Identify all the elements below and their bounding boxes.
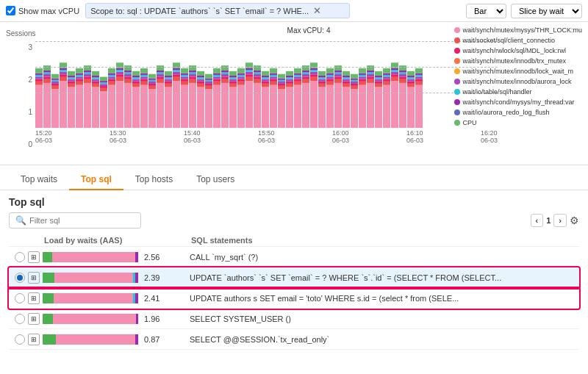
svg-rect-18 xyxy=(51,80,59,82)
row-pin-button[interactable]: ⊞ xyxy=(28,313,40,325)
svg-rect-297 xyxy=(375,79,382,82)
table-row[interactable]: ⊞2.39UPDATE `authors` `s` SET `email` = … xyxy=(9,267,579,288)
svg-rect-145 xyxy=(197,76,204,77)
prev-page-button[interactable]: ‹ xyxy=(531,214,544,227)
sql-statement[interactable]: CALL `my_sqrt` (?) xyxy=(190,253,573,262)
svg-rect-134 xyxy=(189,79,196,83)
svg-rect-210 xyxy=(278,89,285,128)
tab-top-users[interactable]: Top users xyxy=(184,170,246,190)
svg-rect-261 xyxy=(334,76,342,79)
svg-rect-295 xyxy=(375,84,382,87)
legend-color-2 xyxy=(454,48,460,54)
svg-rect-282 xyxy=(359,79,366,82)
svg-rect-17 xyxy=(51,82,59,84)
svg-rect-238 xyxy=(310,81,318,128)
svg-rect-264 xyxy=(334,71,342,73)
filter-sql-input[interactable] xyxy=(29,216,132,225)
show-max-vcpu-checkbox[interactable]: Show max vCPU xyxy=(6,6,79,15)
sql-statement[interactable]: SELECT @@SESSION.`tx_read_only` xyxy=(190,335,573,344)
sql-statement[interactable]: UPDATE authors s SET email = 'toto' WHER… xyxy=(190,294,573,303)
row-pin-button[interactable]: ⊞ xyxy=(28,251,40,263)
y-axis-ticks: 3 2 1 0 xyxy=(3,37,35,162)
col-header-load: Load by waits (AAS) xyxy=(44,236,191,245)
row-radio-button[interactable] xyxy=(15,293,25,303)
load-bar xyxy=(43,334,138,345)
tab-top-hosts[interactable]: Top hosts xyxy=(123,170,184,190)
row-radio-button[interactable] xyxy=(15,252,25,262)
svg-rect-21 xyxy=(60,81,67,128)
svg-rect-157 xyxy=(213,76,220,79)
svg-rect-19 xyxy=(51,79,59,80)
svg-rect-158 xyxy=(213,75,220,76)
row-pin-button[interactable]: ⊞ xyxy=(28,272,40,284)
svg-rect-335 xyxy=(415,68,423,73)
svg-rect-222 xyxy=(286,76,293,77)
svg-rect-318 xyxy=(399,74,406,76)
chart-legend: wait/synch/mutex/mysys/THR_LOCK:mu wait/… xyxy=(454,25,582,128)
svg-rect-176 xyxy=(237,82,245,85)
svg-rect-26 xyxy=(60,68,67,70)
sql-statement[interactable]: UPDATE `authors` `s` SET `email` = ? WHE… xyxy=(190,273,573,282)
svg-rect-283 xyxy=(359,76,366,79)
svg-rect-227 xyxy=(294,76,301,79)
svg-rect-2 xyxy=(35,79,43,82)
chart-type-select[interactable]: Bar Line xyxy=(466,4,506,18)
legend-color-0 xyxy=(454,27,460,33)
svg-rect-57 xyxy=(100,88,107,91)
bar-segment xyxy=(43,293,54,303)
table-row[interactable]: ⊞0.87SELECT @@SESSION.`tx_read_only` xyxy=(9,329,579,350)
row-pin-button[interactable]: ⊞ xyxy=(28,292,40,304)
svg-rect-280 xyxy=(359,85,366,128)
svg-rect-80 xyxy=(124,74,132,76)
bottom-panel: Top sql 🔍 ‹ 1 › ⚙ Load by waits (AAS) SQ… xyxy=(0,190,588,356)
load-column: 2.56 xyxy=(43,252,190,262)
svg-rect-298 xyxy=(375,77,382,79)
svg-rect-218 xyxy=(286,84,293,87)
max-vcpu-input[interactable] xyxy=(6,6,15,15)
legend-item-8: wait/io/aurora_redo_log_flush xyxy=(454,107,582,118)
svg-rect-260 xyxy=(334,79,342,83)
legend-color-3 xyxy=(454,58,460,64)
svg-rect-65 xyxy=(108,79,115,82)
tab-top-waits[interactable]: Top waits xyxy=(9,170,69,190)
svg-rect-240 xyxy=(310,74,318,77)
svg-rect-251 xyxy=(318,71,326,76)
tab-top-sql[interactable]: Top sql xyxy=(69,170,123,190)
svg-rect-330 xyxy=(415,82,423,85)
svg-rect-204 xyxy=(270,82,277,85)
scope-close-button[interactable]: ✕ xyxy=(313,5,321,16)
row-radio-button[interactable] xyxy=(15,334,25,345)
bar-segment xyxy=(43,334,56,345)
svg-rect-213 xyxy=(278,82,285,84)
svg-rect-233 xyxy=(302,76,309,79)
svg-rect-53 xyxy=(92,77,99,79)
settings-icon[interactable]: ⚙ xyxy=(570,215,579,226)
svg-rect-148 xyxy=(205,86,212,89)
svg-rect-150 xyxy=(205,82,212,84)
svg-rect-33 xyxy=(68,76,75,77)
row-radio-button[interactable] xyxy=(15,314,25,324)
bar-segment xyxy=(135,252,138,262)
table-row[interactable]: ⊞2.56CALL `my_sqrt` (?) xyxy=(9,247,579,267)
svg-rect-9 xyxy=(43,76,51,79)
svg-rect-248 xyxy=(318,79,326,82)
row-radio-button[interactable] xyxy=(15,273,25,283)
slice-by-select[interactable]: Slice by wait Slice by host xyxy=(511,4,582,18)
svg-rect-86 xyxy=(132,82,140,84)
svg-rect-317 xyxy=(399,76,406,79)
sql-statement[interactable]: SELECT SYSTEM_USER () xyxy=(190,314,573,323)
svg-rect-312 xyxy=(391,70,398,72)
svg-rect-122 xyxy=(173,72,180,75)
row-pin-button[interactable]: ⊞ xyxy=(28,334,40,345)
svg-rect-131 xyxy=(181,73,188,74)
table-row[interactable]: ⊞2.41UPDATE authors s SET email = 'toto'… xyxy=(9,288,579,309)
svg-rect-152 xyxy=(205,79,212,80)
table-row[interactable]: ⊞1.96SELECT SYSTEM_USER () xyxy=(9,309,579,329)
svg-rect-246 xyxy=(318,84,326,87)
next-page-button[interactable]: › xyxy=(553,214,567,227)
svg-rect-292 xyxy=(367,71,374,73)
svg-rect-23 xyxy=(60,74,67,77)
load-bar xyxy=(43,252,138,262)
svg-rect-96 xyxy=(140,73,148,74)
svg-rect-54 xyxy=(92,76,99,77)
